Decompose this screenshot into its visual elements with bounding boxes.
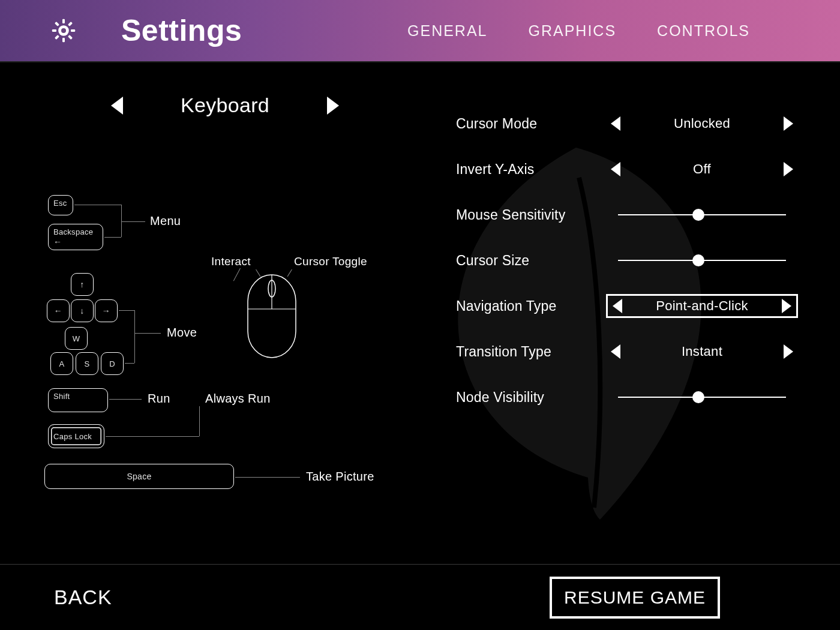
scheme-prev-icon[interactable] (111, 97, 123, 115)
mouse-icon (246, 273, 298, 359)
transition-label: Transition Type (456, 344, 606, 360)
svg-point-17 (268, 280, 275, 297)
transition-value: Instant (623, 344, 781, 359)
invert-y-label: Invert Y-Axis (456, 161, 606, 178)
back-button[interactable]: BACK (54, 586, 112, 609)
cursor-mode-prev-icon[interactable] (611, 116, 620, 131)
cursor-mode-value: Unlocked (623, 116, 781, 131)
svg-rect-1 (62, 19, 65, 23)
cursor-mode-selector[interactable]: Unlocked (606, 113, 798, 134)
scheme-next-icon[interactable] (327, 97, 339, 115)
action-move-label: Move (167, 326, 197, 340)
row-mouse-sens: Mouse Sensitivity (456, 192, 798, 238)
action-takepicture-label: Take Picture (306, 470, 374, 484)
control-scheme-pane: Keyboard Esc Backspace ← Menu ↑ ← ↓ (42, 94, 396, 495)
invert-y-selector[interactable]: Off (606, 159, 798, 179)
scheme-label: Keyboard (181, 94, 269, 117)
key-arrow-up: ↑ (71, 273, 94, 296)
footer: BACK RESUME GAME (0, 564, 840, 630)
nav-type-value: Point-and-Click (625, 298, 779, 314)
svg-rect-3 (52, 29, 56, 32)
svg-rect-5 (68, 22, 73, 26)
key-space: Space (44, 464, 234, 489)
transition-prev-icon[interactable] (611, 344, 620, 359)
key-backspace: Backspace ← (48, 224, 103, 250)
key-arrow-left: ← (47, 299, 70, 322)
invert-y-value: Off (623, 161, 781, 177)
keyboard-diagram: Esc Backspace ← Menu ↑ ← ↓ → W A S D (42, 153, 396, 495)
action-run-label: Run (148, 392, 170, 406)
node-vis-thumb[interactable] (692, 391, 704, 403)
nav-type-label: Navigation Type (456, 298, 606, 314)
svg-rect-8 (68, 35, 73, 40)
node-vis-slider[interactable] (618, 397, 786, 398)
main-content: Keyboard Esc Backspace ← Menu ↑ ← ↓ (0, 64, 840, 564)
key-d: D (101, 352, 124, 375)
row-invert-y: Invert Y-Axis Off (456, 146, 798, 192)
settings-gear-icon (52, 19, 76, 43)
tab-general[interactable]: GENERAL (407, 22, 487, 40)
cursor-mode-next-icon[interactable] (784, 116, 793, 131)
row-transition: Transition Type Instant (456, 329, 798, 374)
cursor-size-label: Cursor Size (456, 253, 606, 269)
action-menu-label: Menu (150, 214, 181, 228)
svg-rect-4 (71, 29, 75, 32)
resume-button[interactable]: RESUME GAME (550, 577, 720, 619)
mouse-sens-slider[interactable] (618, 214, 786, 215)
cursor-size-thumb[interactable] (692, 254, 704, 266)
action-interact-label: Interact (211, 255, 251, 268)
key-a: A (50, 352, 73, 375)
mouse-sens-thumb[interactable] (692, 209, 704, 221)
invert-y-next-icon[interactable] (784, 162, 793, 176)
nav-type-selector[interactable]: Point-and-Click (606, 294, 798, 318)
svg-rect-2 (62, 38, 65, 42)
cursor-mode-label: Cursor Mode (456, 116, 606, 132)
row-node-vis: Node Visibility (456, 374, 798, 420)
key-esc: Esc (48, 195, 73, 215)
cursor-size-slider[interactable] (618, 260, 786, 261)
key-arrow-right: → (95, 299, 118, 322)
scheme-selector: Keyboard (90, 94, 360, 117)
invert-y-prev-icon[interactable] (611, 162, 620, 176)
svg-point-12 (61, 28, 66, 33)
mouse-sens-label: Mouse Sensitivity (456, 207, 606, 223)
header-tabs: GENERAL GRAPHICS CONTROLS (407, 22, 750, 40)
key-shift: Shift (48, 388, 108, 412)
node-vis-label: Node Visibility (456, 389, 606, 406)
nav-type-prev-icon[interactable] (613, 299, 622, 313)
row-cursor-size: Cursor Size (456, 238, 798, 283)
key-backspace-label: Backspace (53, 227, 93, 236)
transition-selector[interactable]: Instant (606, 341, 798, 362)
action-cursortoggle-label: Cursor Toggle (294, 255, 367, 268)
action-alwaysrun-label: Always Run (205, 392, 271, 406)
svg-rect-6 (55, 35, 59, 40)
svg-rect-14 (248, 275, 296, 358)
key-w: W (65, 327, 88, 350)
transition-next-icon[interactable] (784, 344, 793, 359)
row-cursor-mode: Cursor Mode Unlocked (456, 101, 798, 146)
settings-list: Cursor Mode Unlocked Invert Y-Axis Off M… (456, 101, 798, 420)
key-s: S (76, 352, 98, 375)
tab-graphics[interactable]: GRAPHICS (529, 22, 617, 40)
svg-rect-7 (55, 22, 59, 26)
header: Settings GENERAL GRAPHICS CONTROLS (0, 0, 840, 62)
tab-controls[interactable]: CONTROLS (657, 22, 750, 40)
row-nav-type: Navigation Type Point-and-Click (456, 283, 798, 329)
key-arrow-down: ↓ (71, 299, 94, 322)
nav-type-next-icon[interactable] (782, 299, 791, 313)
key-capslock: Caps Lock (48, 424, 104, 448)
page-title: Settings (121, 13, 242, 48)
